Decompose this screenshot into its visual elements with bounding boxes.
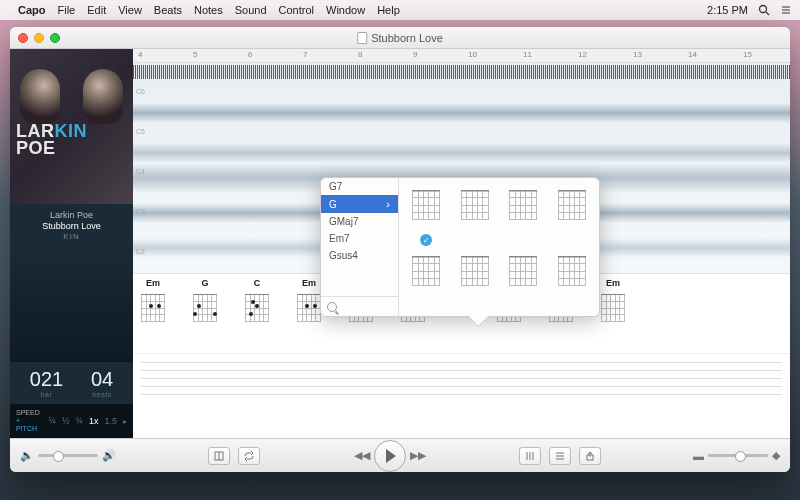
chord-option[interactable]: G7 xyxy=(321,178,398,195)
menu-help[interactable]: Help xyxy=(377,4,400,16)
chord-block[interactable]: Em xyxy=(295,278,323,324)
metronome-button[interactable] xyxy=(208,447,230,465)
volume-low-icon: 🔈 xyxy=(20,449,34,462)
speed-more-icon[interactable]: ▸ xyxy=(123,417,127,426)
ruler-mark: 11 xyxy=(523,50,532,59)
pitch-label: C4 xyxy=(136,168,145,175)
zoom-out-icon: ▬ xyxy=(693,450,704,462)
play-button[interactable] xyxy=(374,440,406,472)
window-zoom-button[interactable] xyxy=(50,33,60,43)
list-view-button[interactable] xyxy=(549,447,571,465)
beats-counter-label: beats xyxy=(91,391,113,398)
search-icon xyxy=(327,302,337,312)
voicing-option[interactable]: ✓ xyxy=(405,184,448,244)
fast-forward-button[interactable]: ▶▶ xyxy=(408,448,428,464)
voicing-grid: ✓ xyxy=(399,178,599,316)
zoom-control: ▬ ◆ xyxy=(693,449,780,462)
svg-line-1 xyxy=(766,12,769,15)
mixer-button[interactable] xyxy=(519,447,541,465)
track-metadata: Larkin Poe Stubborn Love KIN xyxy=(10,204,133,247)
ruler-mark: 15 xyxy=(743,50,752,59)
song-title: Stubborn Love xyxy=(14,221,129,231)
check-icon: ✓ xyxy=(420,234,432,246)
document-icon xyxy=(357,32,367,44)
app-menus: Capo File Edit View Beats Notes Sound Co… xyxy=(18,4,400,16)
svg-point-0 xyxy=(760,6,767,13)
chord-option-selected[interactable]: G xyxy=(321,195,398,213)
tablature-region[interactable] xyxy=(133,353,790,438)
ruler-mark: 4 xyxy=(138,50,142,59)
notification-center-icon[interactable] xyxy=(780,4,792,16)
menu-file[interactable]: File xyxy=(58,4,76,16)
menu-window[interactable]: Window xyxy=(326,4,365,16)
bar-counter-label: bar xyxy=(30,391,63,398)
app-window: Stubborn Love LARKIN POE Larkin Poe Stub… xyxy=(10,27,790,472)
zoom-fit-icon: ◆ xyxy=(772,449,780,462)
traffic-lights xyxy=(18,33,60,43)
speed-label: SPEED + PITCH xyxy=(16,409,42,433)
window-titlebar[interactable]: Stubborn Love xyxy=(10,27,790,49)
voicing-option[interactable] xyxy=(502,250,545,310)
bottom-toolbar: 🔈 🔊 ◀◀ ▶▶ ▬ ◆ xyxy=(10,438,790,472)
macos-menubar: Capo File Edit View Beats Notes Sound Co… xyxy=(0,0,800,20)
pitch-label: C2 xyxy=(136,248,145,255)
ruler-mark: 8 xyxy=(358,50,362,59)
speed-option-threequarter[interactable]: ¾ xyxy=(75,416,83,426)
menu-edit[interactable]: Edit xyxy=(87,4,106,16)
volume-high-icon: 🔊 xyxy=(102,449,116,462)
speed-option-half[interactable]: ½ xyxy=(62,416,70,426)
share-button[interactable] xyxy=(579,447,601,465)
spotlight-icon[interactable] xyxy=(758,4,770,16)
pitch-label: C3 xyxy=(136,208,145,215)
volume-slider[interactable] xyxy=(38,454,98,457)
chord-block[interactable]: Em xyxy=(139,278,167,324)
chord-option[interactable]: Gsus4 xyxy=(321,247,398,264)
ruler-mark: 10 xyxy=(468,50,477,59)
speed-option-quarter[interactable]: ¼ xyxy=(48,416,56,426)
menu-app[interactable]: Capo xyxy=(18,4,46,16)
menubar-clock[interactable]: 2:15 PM xyxy=(707,4,748,16)
ruler-mark: 9 xyxy=(413,50,417,59)
voicing-option[interactable] xyxy=(551,250,594,310)
voicing-option[interactable] xyxy=(454,184,497,244)
window-title-text: Stubborn Love xyxy=(371,32,443,44)
window-close-button[interactable] xyxy=(18,33,28,43)
voicing-option[interactable] xyxy=(551,184,594,244)
menu-sound[interactable]: Sound xyxy=(235,4,267,16)
ruler-mark: 13 xyxy=(633,50,642,59)
ruler-mark: 5 xyxy=(193,50,197,59)
zoom-slider[interactable] xyxy=(708,454,768,457)
chord-voicing-popover: G7 G GMaj7 Em7 Gsus4 ✓ xyxy=(320,177,600,317)
menu-control[interactable]: Control xyxy=(279,4,314,16)
speed-option-1x[interactable]: 1x xyxy=(89,416,99,426)
speed-option-1point5[interactable]: 1.5 xyxy=(104,416,117,426)
voicing-option[interactable] xyxy=(405,250,448,310)
loop-button[interactable] xyxy=(238,447,260,465)
sidebar: LARKIN POE Larkin Poe Stubborn Love KIN … xyxy=(10,49,133,438)
menu-view[interactable]: View xyxy=(118,4,142,16)
window-minimize-button[interactable] xyxy=(34,33,44,43)
chord-option[interactable]: GMaj7 xyxy=(321,213,398,230)
rewind-button[interactable]: ◀◀ xyxy=(352,448,372,464)
chord-block[interactable]: G xyxy=(191,278,219,324)
menu-beats[interactable]: Beats xyxy=(154,4,182,16)
counter-panel: 021 bar 04 beats xyxy=(10,361,133,404)
chord-block[interactable]: C xyxy=(243,278,271,324)
chord-name-list: G7 G GMaj7 Em7 Gsus4 xyxy=(321,178,398,296)
time-ruler[interactable]: 4 5 6 7 8 9 10 11 12 13 14 15 xyxy=(133,49,790,63)
chord-block[interactable]: Em xyxy=(599,278,627,324)
ruler-mark: 7 xyxy=(303,50,307,59)
album-art[interactable]: LARKIN POE xyxy=(10,49,133,204)
voicing-option[interactable] xyxy=(454,250,497,310)
pitch-label: C6 xyxy=(136,88,145,95)
ruler-mark: 6 xyxy=(248,50,252,59)
artist-name: Larkin Poe xyxy=(14,210,129,220)
menu-notes[interactable]: Notes xyxy=(194,4,223,16)
album-art-text: LARKIN POE xyxy=(16,123,87,157)
beats-counter-value: 04 xyxy=(91,368,113,391)
voicing-option[interactable] xyxy=(502,184,545,244)
bar-counter-value: 021 xyxy=(30,368,63,391)
window-title: Stubborn Love xyxy=(357,32,443,44)
chord-search-field[interactable] xyxy=(321,296,398,316)
chord-option[interactable]: Em7 xyxy=(321,230,398,247)
